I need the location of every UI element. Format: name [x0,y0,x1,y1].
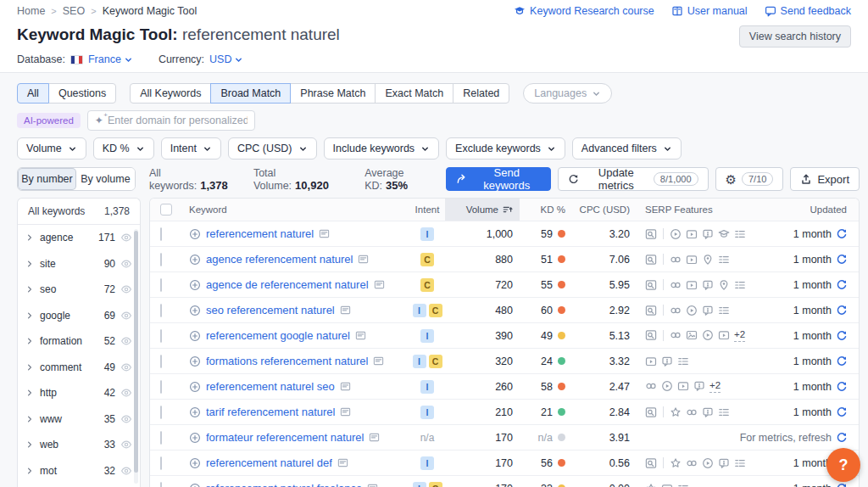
eye-icon[interactable] [120,361,132,373]
refresh-icon[interactable] [836,406,847,417]
row-checkbox[interactable] [160,431,162,445]
tab-related[interactable]: Related [453,83,509,104]
keyword-group-formation[interactable]: formation52 [18,328,140,355]
tab-broad-match[interactable]: Broad Match [210,83,291,104]
send-keywords-button[interactable]: Send keywords [446,167,551,191]
view-search-history-button[interactable]: View search history [739,25,851,48]
eye-icon[interactable] [120,310,132,322]
tab-exact-match[interactable]: Exact Match [375,83,453,104]
eye-icon[interactable] [120,465,132,477]
row-checkbox[interactable] [160,329,162,343]
plus-circle-icon[interactable] [189,254,201,266]
serp-card-icon[interactable] [367,483,378,487]
currency-select[interactable]: USD [209,53,243,65]
keyword-link[interactable]: agence referencement naturel [206,253,353,266]
keyword-group-google[interactable]: google69 [18,303,140,329]
languages-dropdown[interactable]: Languages [523,83,612,104]
eye-icon[interactable] [120,439,132,451]
serp-card-icon[interactable] [340,406,351,417]
chevron-right-icon[interactable] [25,440,34,449]
database-select[interactable]: France [88,53,133,65]
chevron-right-icon[interactable] [25,363,34,372]
toggle-by-number[interactable]: By number [18,168,76,190]
refresh-icon[interactable] [836,254,847,265]
filter-exclude-keywords[interactable]: Exclude keywords [446,137,565,160]
domain-input[interactable] [108,115,248,126]
serp-extra-count[interactable]: +2 [709,380,721,393]
refresh-icon[interactable] [836,355,847,367]
breadcrumb-seo[interactable]: SEO [63,5,85,17]
serp-card-icon[interactable] [337,457,348,468]
columns-settings-button[interactable]: ⚙ 7/10 [715,167,784,191]
plus-circle-icon[interactable] [189,305,201,316]
plus-circle-icon[interactable] [189,228,201,240]
filter-intent[interactable]: Intent [161,137,221,160]
sidebar-header-label[interactable]: All keywords [28,205,85,217]
keyword-group-http[interactable]: http42 [18,380,140,406]
filter-advanced-filters[interactable]: Advanced filters [572,137,682,160]
refresh-icon[interactable] [836,381,847,392]
plus-circle-icon[interactable] [189,457,201,469]
tab-all[interactable]: All [17,83,49,104]
column-header-volume[interactable]: Volume [445,199,520,221]
chevron-right-icon[interactable] [25,233,34,242]
eye-icon[interactable] [120,258,132,270]
plus-circle-icon[interactable] [189,432,201,444]
keyword-link[interactable]: agence de referencement naturel [206,278,369,291]
keyword-group-comment[interactable]: comment49 [18,355,140,381]
chevron-right-icon[interactable] [25,415,34,423]
keyword-link[interactable]: referencement google naturel [206,329,350,342]
filter-include-keywords[interactable]: Include keywords [324,137,440,160]
chevron-right-icon[interactable] [25,389,34,397]
keyword-group-paiement[interactable]: paiement32 [18,484,140,487]
top-link-keyword-research-course[interactable]: Keyword Research course [514,5,654,17]
export-button[interactable]: Export [790,167,860,191]
serp-card-icon[interactable] [340,381,351,392]
eye-icon[interactable] [120,232,132,244]
breadcrumb-home[interactable]: Home [17,5,45,17]
eye-icon[interactable] [120,387,132,399]
refresh-icon[interactable] [836,432,847,443]
row-checkbox[interactable] [160,482,162,487]
refresh-icon[interactable] [836,483,847,487]
keyword-link[interactable]: referencement naturel freelance [206,482,362,487]
row-checkbox[interactable] [160,253,162,266]
tab-phrase-match[interactable]: Phrase Match [290,83,376,104]
refresh-icon[interactable] [836,279,847,290]
filter-volume[interactable]: Volume [17,137,86,160]
keyword-group-web[interactable]: web33 [18,432,140,458]
plus-circle-icon[interactable] [189,330,201,342]
serp-card-icon[interactable] [340,305,351,316]
plus-circle-icon[interactable] [189,279,201,291]
keyword-link[interactable]: formateur referencement naturel [206,431,364,444]
row-checkbox[interactable] [160,380,162,394]
chevron-right-icon[interactable] [25,337,34,345]
serp-card-icon[interactable] [355,330,366,341]
filter-cpc-usd-[interactable]: CPC (USD) [228,137,317,160]
toggle-by-volume[interactable]: By volume [76,168,135,190]
tab-questions[interactable]: Questions [48,83,116,104]
serp-card-icon[interactable] [358,254,369,265]
top-link-user-manual[interactable]: User manual [671,5,748,17]
chevron-right-icon[interactable] [25,467,34,475]
eye-icon[interactable] [120,283,132,295]
top-link-send-feedback[interactable]: Send feedback [765,5,851,17]
keyword-group-mot[interactable]: mot32 [18,458,140,484]
select-all-checkbox[interactable] [160,204,172,216]
keyword-link[interactable]: referencement naturel [206,227,314,240]
refresh-icon[interactable] [836,330,847,341]
keyword-link[interactable]: formations referencement naturel [206,355,368,367]
keyword-link[interactable]: seo referencement naturel [206,304,335,316]
keyword-group-www[interactable]: www35 [18,406,140,433]
row-checkbox[interactable] [160,406,162,419]
plus-circle-icon[interactable] [189,381,201,393]
keyword-link[interactable]: referencement naturel seo [206,380,335,393]
row-checkbox[interactable] [160,456,162,470]
serp-extra-count[interactable]: +2 [734,329,745,342]
keyword-group-seo[interactable]: seo72 [18,277,140,303]
plus-circle-icon[interactable] [189,355,201,367]
keyword-group-site[interactable]: site90 [18,251,140,277]
keyword-link[interactable]: referencement naturel def [206,456,332,469]
refresh-icon[interactable] [836,228,847,239]
chevron-right-icon[interactable] [25,285,34,294]
